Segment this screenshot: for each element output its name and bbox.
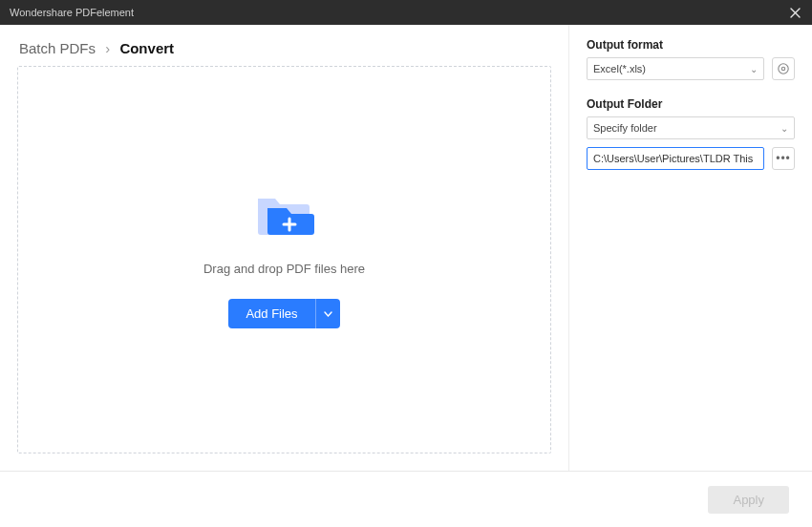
content: Batch PDFs › Convert Drag and drop PDF f… (0, 25, 812, 471)
apply-button[interactable]: Apply (708, 486, 789, 514)
output-format-select[interactable]: Excel(*.xls) ⌄ (587, 57, 764, 80)
add-files-group: Add Files (228, 299, 339, 328)
output-folder-mode-value: Specify folder (593, 122, 657, 134)
svg-point-0 (779, 64, 788, 74)
output-format-label: Output format (587, 38, 795, 52)
right-panel: Output format Excel(*.xls) ⌄ Output Fold… (569, 25, 812, 471)
footer: Apply (0, 471, 812, 527)
add-files-button[interactable]: Add Files (228, 299, 314, 328)
breadcrumb-current: Convert (119, 40, 174, 56)
titlebar: Wondershare PDFelement (0, 0, 812, 25)
dropzone[interactable]: Drag and drop PDF files here Add Files (17, 66, 551, 453)
app-title: Wondershare PDFelement (10, 7, 134, 18)
chevron-right-icon: › (105, 40, 110, 56)
left-panel: Batch PDFs › Convert Drag and drop PDF f… (0, 25, 569, 471)
chevron-down-icon: ⌄ (780, 123, 788, 134)
close-icon[interactable] (787, 5, 802, 20)
add-files-dropdown[interactable] (315, 299, 340, 328)
output-format-value: Excel(*.xls) (593, 63, 646, 74)
dropzone-text: Drag and drop PDF files here (203, 262, 365, 276)
ellipsis-icon: ••• (776, 152, 791, 165)
gear-icon (777, 62, 790, 75)
output-folder-mode-select[interactable]: Specify folder ⌄ (587, 116, 795, 139)
browse-folder-button[interactable]: ••• (772, 147, 795, 170)
svg-point-1 (781, 67, 784, 70)
output-folder-label: Output Folder (587, 97, 795, 111)
output-folder-path-input[interactable] (587, 147, 764, 170)
add-folder-icon (254, 191, 315, 239)
chevron-down-icon: ⌄ (750, 64, 758, 74)
format-settings-button[interactable] (772, 57, 795, 80)
chevron-down-icon (324, 311, 332, 317)
breadcrumb: Batch PDFs › Convert (17, 36, 551, 66)
breadcrumb-root[interactable]: Batch PDFs (19, 40, 96, 56)
